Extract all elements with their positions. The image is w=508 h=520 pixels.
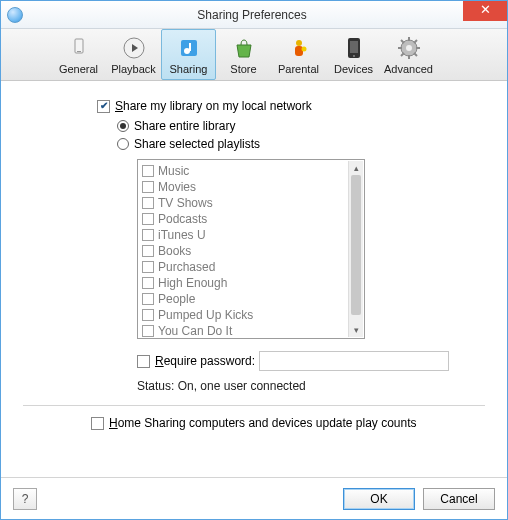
svg-line-21	[414, 40, 417, 43]
close-button[interactable]: ✕	[463, 1, 507, 21]
svg-line-22	[401, 53, 404, 56]
svg-point-9	[301, 46, 306, 51]
tab-store[interactable]: Store	[216, 29, 271, 80]
playlist-checkbox[interactable]	[142, 277, 154, 289]
home-sharing-checkbox[interactable]	[91, 417, 104, 430]
list-item[interactable]: Music	[142, 163, 344, 179]
help-button[interactable]: ?	[13, 488, 37, 510]
playlist-checkbox[interactable]	[142, 293, 154, 305]
list-item[interactable]: High Enough	[142, 275, 344, 291]
sharing-pane: Share my library on my local network Sha…	[1, 81, 507, 519]
list-item[interactable]: Movies	[142, 179, 344, 195]
playlist-label: Purchased	[158, 260, 215, 274]
playlist-checkbox[interactable]	[142, 245, 154, 257]
playlist-checkbox[interactable]	[142, 213, 154, 225]
share-selected-row: Share selected playlists	[117, 137, 489, 151]
svg-rect-6	[189, 43, 191, 51]
divider	[23, 405, 485, 406]
playback-icon	[120, 35, 148, 61]
svg-rect-11	[350, 41, 358, 53]
svg-rect-0	[75, 39, 83, 53]
tab-label: Advanced	[384, 63, 433, 75]
status-text: Status: On, one user connected	[137, 379, 489, 393]
share-library-checkbox[interactable]	[97, 100, 110, 113]
share-selected-radio[interactable]	[117, 138, 129, 150]
gear-icon	[395, 35, 423, 61]
tab-label: Parental	[278, 63, 319, 75]
tab-devices[interactable]: Devices	[326, 29, 381, 80]
scrollbar-thumb[interactable]	[351, 175, 361, 315]
list-item[interactable]: TV Shows	[142, 195, 344, 211]
devices-icon	[340, 35, 368, 61]
home-sharing-row: Home Sharing computers and devices updat…	[91, 416, 489, 430]
parental-icon	[285, 35, 313, 61]
password-input[interactable]	[259, 351, 449, 371]
window-title: Sharing Preferences	[23, 8, 481, 22]
playlist-scrollpane: Music Movies TV Shows Podcasts iTunes U …	[138, 160, 348, 338]
home-sharing-label: Home Sharing computers and devices updat…	[109, 416, 417, 430]
list-item[interactable]: Books	[142, 243, 344, 259]
playlist-checkbox[interactable]	[142, 165, 154, 177]
list-item[interactable]: You Can Do It	[142, 323, 344, 338]
playlist-checkbox[interactable]	[142, 197, 154, 209]
share-selected-label: Share selected playlists	[134, 137, 260, 151]
playlist-listbox: Music Movies TV Shows Podcasts iTunes U …	[137, 159, 365, 339]
svg-line-20	[414, 53, 417, 56]
require-password-checkbox[interactable]	[137, 355, 150, 368]
tab-general[interactable]: General	[51, 29, 106, 80]
tab-label: Sharing	[170, 63, 208, 75]
tab-playback[interactable]: Playback	[106, 29, 161, 80]
share-entire-label: Share entire library	[134, 119, 235, 133]
svg-line-19	[401, 40, 404, 43]
scroll-down-arrow[interactable]: ▾	[349, 323, 363, 337]
list-item[interactable]: Pumped Up Kicks	[142, 307, 344, 323]
playlist-checkbox[interactable]	[142, 181, 154, 193]
playlist-checkbox[interactable]	[142, 325, 154, 337]
list-item[interactable]: Podcasts	[142, 211, 344, 227]
scroll-up-arrow[interactable]: ▴	[349, 161, 363, 175]
svg-rect-8	[295, 46, 303, 56]
sharing-icon	[175, 35, 203, 61]
playlist-label: Podcasts	[158, 212, 207, 226]
preferences-toolbar: General Playback Sharing Store Parental …	[1, 29, 507, 81]
playlist-label: High Enough	[158, 276, 227, 290]
tab-parental[interactable]: Parental	[271, 29, 326, 80]
share-library-row: Share my library on my local network	[97, 99, 489, 113]
tab-label: Devices	[334, 63, 373, 75]
playlist-checkbox[interactable]	[142, 309, 154, 321]
playlist-label: Movies	[158, 180, 196, 194]
tab-label: Store	[230, 63, 256, 75]
playlist-label: Books	[158, 244, 191, 258]
share-entire-row: Share entire library	[117, 119, 489, 133]
ok-button[interactable]: OK	[343, 488, 415, 510]
playlist-label: iTunes U	[158, 228, 206, 242]
cancel-button[interactable]: Cancel	[423, 488, 495, 510]
list-item[interactable]: iTunes U	[142, 227, 344, 243]
playlist-label: Pumped Up Kicks	[158, 308, 253, 322]
require-password-row: Require password:	[137, 351, 489, 371]
tab-advanced[interactable]: Advanced	[381, 29, 436, 80]
svg-rect-1	[77, 51, 81, 52]
dialog-footer: ? OK Cancel	[1, 477, 507, 519]
list-item[interactable]: People	[142, 291, 344, 307]
playlist-checkbox[interactable]	[142, 261, 154, 273]
svg-point-7	[296, 40, 302, 46]
scrollbar[interactable]: ▴ ▾	[348, 161, 363, 337]
playlist-label: You Can Do It	[158, 324, 232, 338]
tab-label: General	[59, 63, 98, 75]
list-item[interactable]: Purchased	[142, 259, 344, 275]
tab-sharing[interactable]: Sharing	[161, 29, 216, 80]
tab-label: Playback	[111, 63, 156, 75]
playlist-checkbox[interactable]	[142, 229, 154, 241]
playlist-label: Music	[158, 164, 189, 178]
app-icon	[7, 7, 23, 23]
store-icon	[230, 35, 258, 61]
share-entire-radio[interactable]	[117, 120, 129, 132]
general-icon	[65, 35, 93, 61]
share-library-label: Share my library on my local network	[115, 99, 312, 113]
playlist-label: People	[158, 292, 195, 306]
svg-point-12	[353, 55, 355, 57]
svg-point-14	[406, 45, 412, 51]
playlist-label: TV Shows	[158, 196, 213, 210]
require-password-label: Require password:	[155, 354, 255, 368]
